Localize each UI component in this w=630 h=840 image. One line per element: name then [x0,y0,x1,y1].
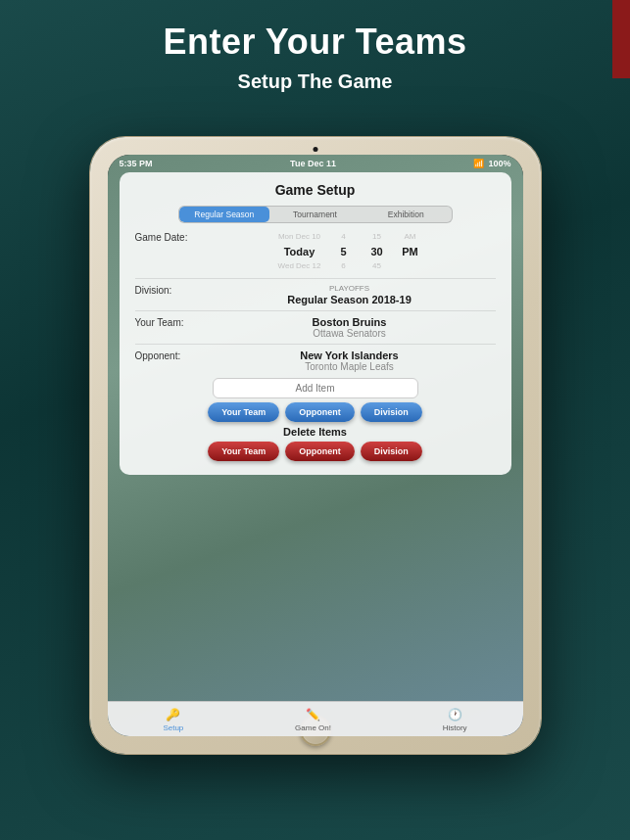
minute-picker[interactable]: 15 30 45 [363,231,392,273]
hour-picker[interactable]: 4 5 6 [329,231,359,273]
ipad-screen: 5:35 PM Tue Dec 11 📶 100% Game Setup Reg… [108,155,523,736]
wifi-icon: 📶 [473,159,484,168]
delete-buttons-row: Your Team Opponent Division [129,442,502,461]
division-label: Division: [135,284,204,296]
game-date-label: Game Date: [135,231,204,243]
page-title: Enter Your Teams [0,0,630,63]
your-team-value-wrap: Boston Bruins Ottawa Senators [204,316,496,339]
status-right: 📶 100% [473,159,510,168]
history-icon: 🕐 [448,708,462,722]
opponent-value: New York Islanders [204,350,496,361]
opponent-sub: Toronto Maple Leafs [204,361,496,372]
tab-setup-label: Setup [163,723,183,732]
battery-text: 100% [488,159,510,168]
setup-icon: 🔑 [166,708,180,722]
your-team-row: Your Team: Boston Bruins Ottawa Senators [129,316,502,339]
divider-1 [135,278,496,279]
division-row: Division: PLAYOFFS Regular Season 2018-1… [129,284,502,305]
opponent-value-wrap: New York Islanders Toronto Maple Leafs [204,350,496,372]
game-date-row: Game Date: Mon Dec 10 Today Wed Dec 12 4… [129,231,502,273]
your-team-sub: Ottawa Senators [204,328,496,339]
divider-2 [135,310,496,311]
content-card: Game Setup Regular Season Tournament Exh… [120,172,511,475]
add-division-button[interactable]: Division [361,402,422,422]
tab-history[interactable]: 🕐 History [443,708,467,732]
delete-your-team-button[interactable]: Your Team [208,442,279,461]
ipad-device: 5:35 PM Tue Dec 11 📶 100% Game Setup Reg… [90,137,541,754]
add-your-team-button[interactable]: Your Team [208,402,279,422]
opponent-label: Opponent: [135,350,204,361]
day-picker[interactable]: Mon Dec 10 Today Wed Dec 12 [274,231,325,273]
day-above: Mon Dec 10 [278,231,320,244]
your-team-label: Your Team: [135,316,204,328]
page-subtitle: Setup The Game [0,70,630,93]
day-main: Today [284,244,315,261]
game-setup-title: Game Setup [129,182,502,198]
date-picker-area[interactable]: Mon Dec 10 Today Wed Dec 12 4 5 6 15 [204,231,496,273]
delete-opponent-button[interactable]: Opponent [285,442,355,461]
tab-bar: 🔑 Setup ✏️ Game On! 🕐 History [108,701,523,736]
add-opponent-button[interactable]: Opponent [285,402,355,422]
tab-game-on[interactable]: ✏️ Game On! [295,708,331,732]
status-bar: 5:35 PM Tue Dec 11 📶 100% [108,155,523,172]
segment-regular-season[interactable]: Regular Season [179,207,270,222]
add-item-input[interactable] [213,378,418,398]
camera-dot [313,147,317,152]
tab-setup[interactable]: 🔑 Setup [163,708,183,732]
your-team-value: Boston Bruins [204,316,496,328]
day-below: Wed Dec 12 [278,260,321,273]
division-value-wrap: PLAYOFFS Regular Season 2018-19 [204,284,496,305]
add-buttons-row: Your Team Opponent Division [129,402,502,422]
delete-division-button[interactable]: Division [361,442,422,461]
ampm-picker[interactable]: AM PM [396,231,425,273]
status-time: 5:35 PM [120,159,153,168]
screen-area: 5:35 PM Tue Dec 11 📶 100% Game Setup Reg… [108,155,523,736]
opponent-row: Opponent: New York Islanders Toronto Map… [129,350,502,372]
accent-tab [612,0,630,78]
delete-items-label: Delete Items [129,426,502,438]
status-date: Tue Dec 11 [290,159,336,168]
tab-game-on-label: Game On! [295,723,331,732]
division-value: Regular Season 2018-19 [204,294,496,305]
tab-history-label: History [443,723,467,732]
divider-3 [135,344,496,345]
segment-exhibition[interactable]: Exhibition [361,207,452,222]
segment-tournament[interactable]: Tournament [269,207,361,222]
playoffs-label: PLAYOFFS [204,284,496,293]
ipad-outer-shell: 5:35 PM Tue Dec 11 📶 100% Game Setup Reg… [90,137,541,754]
game-on-icon: ✏️ [306,708,320,722]
segment-control[interactable]: Regular Season Tournament Exhibition [178,206,453,223]
add-item-row [129,378,502,398]
